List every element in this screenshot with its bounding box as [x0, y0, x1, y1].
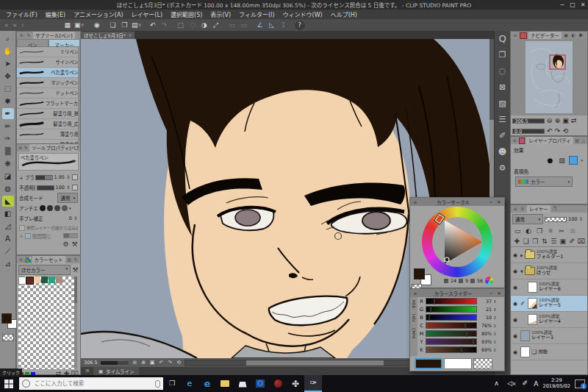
tone-effect-icon[interactable]: ▨ [557, 156, 566, 165]
aa-none-icon[interactable] [40, 205, 46, 211]
layer-row-folder1[interactable]: ◉ ▶ 100%通常フォルダー1 [511, 247, 587, 263]
delete-layer-icon[interactable]: ⌧ [578, 237, 586, 246]
screen-caret-icon[interactable]: ▾ [81, 21, 85, 29]
timeline-tab[interactable]: ▦ タイムライン [93, 367, 139, 376]
slider-row-k[interactable]: K 69%⇕ [417, 346, 504, 354]
colorset-tab2-icon[interactable]: ▥ [67, 257, 72, 263]
close-panel-icon[interactable]: ✕ [496, 199, 502, 205]
operate-tool[interactable]: ➤ [2, 58, 14, 69]
swatch[interactable] [41, 277, 48, 283]
snap-guide-icon[interactable]: ⌶ [279, 21, 288, 29]
visibility-eye-icon[interactable]: ◉ [512, 317, 519, 323]
toolprop-gear-icon[interactable]: ⚙ [62, 241, 69, 248]
slider-row-y[interactable]: Y 93%⇕ [417, 338, 504, 346]
reference-layer-row[interactable]: 参照レイヤーの縁からはみ出さない [17, 224, 80, 232]
opacity-checkbox[interactable] [72, 185, 78, 190]
colorset-scrollbar[interactable] [74, 277, 77, 369]
navigator-thumbnail[interactable] [526, 41, 573, 113]
screen-settings-icon[interactable]: ▣ [74, 21, 81, 29]
slider-row-g[interactable]: G 21⇕ [417, 305, 504, 313]
stabilization-row[interactable]: 手ブレ補正 0 ⇕ [17, 213, 80, 224]
redo-icon[interactable]: ↷ [160, 21, 169, 29]
brush-size-row[interactable]: ＋ブラシサイズ 1.95 ⇕ [17, 172, 80, 182]
slider-row-m[interactable]: M 80%⇕ [417, 329, 504, 338]
expression-color-dropdown[interactable]: カラー ▾ [515, 177, 573, 187]
menu-file[interactable]: ファイル(F) [6, 10, 37, 18]
brush-tool[interactable]: ✑ [2, 133, 14, 144]
start-button[interactable] [0, 375, 18, 392]
lp-tab2-icon[interactable]: ▧ [575, 138, 580, 143]
maximize-icon[interactable]: □ [569, 1, 576, 10]
mask-icon[interactable]: ▣ [559, 237, 567, 246]
mic-icon[interactable] [155, 380, 160, 388]
lp-tab3-icon[interactable]: △ [581, 138, 586, 143]
volume-muted-icon[interactable]: ◁× [505, 379, 516, 388]
line-correct-tool[interactable]: ⟋ [2, 246, 14, 257]
opacity-row[interactable]: 不透明度 100 ⇕ [17, 182, 80, 193]
strip-person-icon[interactable]: ☻ [497, 146, 509, 157]
brush-size-stepper-icon[interactable]: ⇕ [66, 173, 71, 182]
visibility-eye-icon[interactable]: ◉ [512, 349, 519, 355]
help-icon[interactable]: ? [295, 21, 304, 29]
menu-edit[interactable]: 編集(E) [46, 10, 65, 18]
pen-tool[interactable]: ✒ [2, 108, 14, 119]
nav-fit-icon[interactable]: ▣ [562, 116, 569, 125]
tray-chevron-icon[interactable]: ∧ [492, 379, 501, 388]
colorset-title[interactable]: カラーセット [32, 256, 65, 263]
menu-selection[interactable]: 選択範囲(S) [171, 10, 202, 18]
panel-menu-icon[interactable]: ≋ [18, 257, 24, 263]
brush-list-scrollbar[interactable] [78, 47, 80, 143]
panel-menu-icon[interactable]: ≡ [512, 32, 518, 38]
minimize-icon[interactable]: ─ [559, 1, 566, 10]
zoom-out-icon[interactable]: ⊖ [132, 360, 138, 366]
outlook-app[interactable]: O [251, 375, 269, 392]
nav-info-tab-icon[interactable]: ⚉ [578, 32, 584, 38]
airbrush-tool[interactable]: ▒ [2, 146, 14, 157]
eraser-tool[interactable]: ◪ [2, 171, 14, 182]
brush-size-checkbox[interactable] [72, 174, 78, 180]
colorset-wrench-icon[interactable]: ⚒ [72, 267, 79, 274]
menu-filter[interactable]: フィルター(I) [239, 10, 274, 18]
aa-strong-icon[interactable] [62, 205, 68, 211]
menu-animation[interactable]: アニメーション(A) [74, 10, 123, 18]
collapse-panels-icon[interactable]: « [4, 21, 9, 29]
brush-item[interactable]: ドットペン [17, 88, 80, 99]
workspace-grid-icon[interactable]: ▦ [63, 21, 72, 29]
layer-row-6[interactable]: ◉ 100%通常レイヤー6 [511, 279, 587, 296]
new-file-icon[interactable]: ❏ [109, 21, 118, 29]
internet-explorer-app[interactable]: e [181, 375, 198, 392]
tab-cmyk[interactable]: CMYK [412, 328, 416, 339]
layer-blend-dropdown[interactable]: 通常▾ [512, 214, 543, 224]
rotate-left-icon[interactable]: ↶ [158, 360, 165, 366]
transparent-color-chip[interactable] [473, 358, 492, 369]
fit-screen-icon[interactable]: ▣ [149, 360, 156, 366]
red-app[interactable] [269, 375, 287, 392]
color-slider-header[interactable]: ≡ カラースライダー ─ ✕ [410, 289, 504, 297]
strip-close-icon[interactable]: ⊠ [497, 81, 509, 93]
clip-studio-app[interactable]: ✤ [287, 375, 304, 392]
reference-layer-icon[interactable]: ❐ [535, 227, 544, 235]
brush-item[interactable]: 髪塗り用_狭 [17, 109, 80, 119]
brush-item[interactable]: 髪塗り用_広 [17, 119, 80, 129]
menu-window[interactable]: ウィンドウ(W) [283, 10, 323, 18]
ruler-tool[interactable]: ⊿ [2, 258, 14, 269]
brush-item[interactable]: 薄塗り用 [17, 129, 80, 140]
colorset-dropdown[interactable]: ほせカラー▾ [18, 265, 71, 275]
deselect-icon[interactable]: ◌ [188, 21, 197, 29]
blend-mode-dropdown[interactable]: 通常▾ [57, 193, 78, 203]
subview-tab-icon[interactable]: ▣ [563, 32, 569, 38]
search-input[interactable] [33, 379, 146, 388]
panel-menu-icon[interactable]: ≋ [18, 32, 24, 38]
clip-layer-icon[interactable]: ✂ [557, 227, 566, 235]
layers-title[interactable]: レイヤー [527, 205, 551, 213]
colorset-tab3-icon[interactable]: ↻ [74, 257, 79, 263]
opacity-stepper-icon[interactable]: ⇕ [66, 183, 71, 192]
color-chips[interactable] [1, 313, 15, 329]
save-caret-icon[interactable]: ▾ [138, 21, 142, 29]
hand-tool[interactable]: ✋ [2, 46, 14, 57]
brush-item[interactable]: マジックペン [17, 78, 80, 88]
layer-row-folder2[interactable]: ◉ ▼ 100%通常ほっせ [511, 263, 587, 279]
color-wheel-mode-icon[interactable] [485, 277, 493, 285]
toolprop-title[interactable]: ツールプロパティ[べた塗り...] [29, 144, 79, 152]
brush-item[interactable]: ミリペン [17, 47, 80, 57]
